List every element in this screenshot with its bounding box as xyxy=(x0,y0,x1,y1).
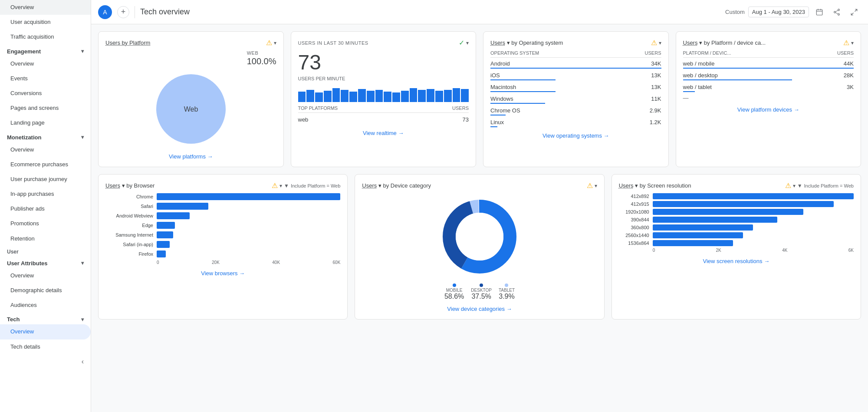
sidebar-item-overview[interactable]: Overview xyxy=(0,0,91,15)
sidebar-item-audiences[interactable]: Audiences xyxy=(0,298,91,313)
os-col-header: OPERATING SYSTEM USERS xyxy=(490,50,661,58)
platform-card-actions: ⚠ ▾ xyxy=(266,39,276,47)
header-right: Custom Aug 1 - Aug 30, 2023 xyxy=(725,5,861,19)
sidebar: Overview User acquisition Traffic acquis… xyxy=(0,0,91,412)
bottom-row: Users ▾ by Browser ⚠ ▾ ▼ Include Platfor… xyxy=(98,174,861,320)
sidebar-item-events[interactable]: Events xyxy=(0,71,91,86)
warning-icon: ⚠ xyxy=(651,39,657,47)
pd-dropdown[interactable]: ▾ xyxy=(851,40,854,46)
browser-row: Firefox xyxy=(105,250,340,257)
view-realtime-link[interactable]: View realtime → xyxy=(298,130,469,136)
mini-bar-chart xyxy=(298,85,469,102)
browser-card: Users ▾ by Browser ⚠ ▾ ▼ Include Platfor… xyxy=(98,174,348,320)
device-card: Users ▾ by Device category ⚠ ▾ xyxy=(355,174,604,320)
sidebar-item-traffic-acquisition[interactable]: Traffic acquisition xyxy=(0,30,91,44)
browser-card-title: Users ▾ by Browser xyxy=(105,182,155,189)
web-stat: WEB 100.0% xyxy=(247,50,276,66)
top-platforms-header: TOP PLATFORMS USERS xyxy=(298,105,469,113)
view-os-link[interactable]: View operating systems → xyxy=(490,132,661,139)
browser-card-header: Users ▾ by Browser ⚠ ▾ ▼ Include Platfor… xyxy=(105,181,340,190)
warning-icon: ⚠ xyxy=(843,39,849,47)
screen-row: 390x844 xyxy=(619,217,854,223)
calendar-icon[interactable] xyxy=(812,5,826,19)
sidebar-item-promotions[interactable]: Promotions xyxy=(0,216,91,231)
screen-filter-tag: Include Platform = Web xyxy=(804,183,854,188)
sidebar-item-purchase-journey[interactable]: User purchase journey xyxy=(0,172,91,187)
filter-icon: ▼ xyxy=(284,183,289,189)
sidebar-group-user: User xyxy=(0,246,91,257)
warning-icon: ⚠ xyxy=(587,181,593,190)
browser-dropdown[interactable]: ▾ xyxy=(279,183,282,189)
platform-devices-card: Users ▾ by Platform / device ca... ⚠ ▾ P… xyxy=(676,31,861,167)
svg-point-5 xyxy=(834,11,836,13)
collapse-sidebar-icon[interactable]: ‹ xyxy=(82,358,84,366)
screen-row: 1920x1080 xyxy=(619,209,854,215)
realtime-card: USERS IN LAST 30 MINUTES ✓ ▾ 73 USERS PE… xyxy=(291,31,477,167)
chevron-icon: ▾ xyxy=(81,316,84,323)
os-row: iOS13K xyxy=(490,71,661,80)
platform-card-header: Users by Platform ⚠ ▾ xyxy=(105,39,276,47)
platform-card-dropdown[interactable]: ▾ xyxy=(274,40,276,46)
view-pd-link[interactable]: View platform devices → xyxy=(683,106,854,113)
screen-row: 1536x864 xyxy=(619,240,854,246)
view-browsers-link[interactable]: View browsers → xyxy=(105,270,340,277)
device-legend: MOBILE 58.6% DESKTOP 37.5% TABLET 3.9% xyxy=(444,283,515,300)
header: A + Tech overview Custom Aug 1 - Aug 30,… xyxy=(91,0,868,24)
browser-row: Android Webview xyxy=(105,212,340,219)
browser-row: Safari (in-app) xyxy=(105,241,340,248)
sidebar-item-engagement-overview[interactable]: Overview xyxy=(0,56,91,71)
view-device-link[interactable]: View device categories → xyxy=(362,306,597,312)
share-icon[interactable] xyxy=(830,5,844,19)
pd-card-actions: ⚠ ▾ xyxy=(843,39,854,47)
desktop-dot xyxy=(480,283,483,287)
sidebar-item-tech-details[interactable]: Tech details xyxy=(0,339,91,354)
sidebar-item-tech-overview[interactable]: Overview xyxy=(0,324,91,339)
os-table: Android34K iOS13K Macintosh13K Windows11… xyxy=(490,59,661,127)
screen-dropdown[interactable]: ▾ xyxy=(793,183,796,189)
sidebar-item-user-acquisition[interactable]: User acquisition xyxy=(0,15,91,30)
legend-mobile: MOBILE 58.6% xyxy=(444,283,464,300)
sidebar-section-engagement[interactable]: Engagement ▾ xyxy=(0,45,91,56)
sidebar-item-landing-page[interactable]: Landing page xyxy=(0,115,91,130)
sidebar-item-publisher-ads[interactable]: Publisher ads xyxy=(0,201,91,216)
svg-text:Web: Web xyxy=(184,105,198,113)
screen-card-actions: ⚠ ▾ ▼ Include Platform = Web xyxy=(785,181,854,190)
users-col-label: USERS xyxy=(452,105,469,111)
realtime-card-actions: ✓ ▾ xyxy=(459,39,469,47)
browser-card-actions: ⚠ ▾ ▼ Include Platform = Web xyxy=(272,181,340,190)
top-row: Users by Platform ⚠ ▾ WEB 100.0% xyxy=(98,31,861,167)
screen-card-header: Users ▾ by Screen resolution ⚠ ▾ ▼ Inclu… xyxy=(619,181,854,190)
sidebar-item-pages-screens[interactable]: Pages and screens xyxy=(0,101,91,115)
avatar: A xyxy=(98,5,112,19)
pd-row: web / mobile44K xyxy=(683,59,854,69)
os-dropdown[interactable]: ▾ xyxy=(659,40,661,46)
sidebar-item-retention[interactable]: Retention xyxy=(0,231,91,246)
sidebar-item-monetization-overview[interactable]: Overview xyxy=(0,142,91,157)
sidebar-section-user-attributes[interactable]: User Attributes ▾ xyxy=(0,257,91,268)
users-by-platform-title[interactable]: Users by Platform xyxy=(105,40,150,46)
sidebar-item-ecommerce[interactable]: Ecommerce purchases xyxy=(0,157,91,172)
sidebar-item-in-app[interactable]: In-app purchases xyxy=(0,187,91,201)
pd-card-title: Users ▾ by Platform / device ca... xyxy=(683,40,766,46)
sidebar-item-conversions[interactable]: Conversions xyxy=(0,86,91,101)
browser-row: Edge xyxy=(105,222,340,229)
device-dropdown[interactable]: ▾ xyxy=(595,183,597,189)
sidebar-item-ua-overview[interactable]: Overview xyxy=(0,268,91,283)
expand-icon[interactable] xyxy=(847,5,861,19)
tablet-dot xyxy=(505,283,508,287)
sidebar-section-tech[interactable]: Tech ▾ xyxy=(0,313,91,324)
sidebar-item-demographic[interactable]: Demographic details xyxy=(0,283,91,298)
screen-row: 412x915 xyxy=(619,201,854,207)
platform-donut: Web xyxy=(105,70,276,148)
sidebar-section-monetization[interactable]: Monetization ▾ xyxy=(0,131,91,142)
view-platforms-link[interactable]: View platforms → xyxy=(105,153,276,160)
date-label: Custom xyxy=(725,9,745,15)
realtime-dropdown[interactable]: ▾ xyxy=(466,40,469,46)
view-screen-link[interactable]: View screen resolutions → xyxy=(619,258,854,264)
date-range-picker[interactable]: Aug 1 - Aug 30, 2023 xyxy=(748,7,809,17)
browser-x-axis: 0 20K 40K 60K xyxy=(105,260,340,265)
os-card: Users ▾ by Operating system ⚠ ▾ OPERATIN… xyxy=(483,31,669,167)
browser-chart: Chrome Safari Android Webview Edge Samsu… xyxy=(105,193,340,257)
add-button[interactable]: + xyxy=(117,6,129,18)
os-row: Android34K xyxy=(490,59,661,69)
